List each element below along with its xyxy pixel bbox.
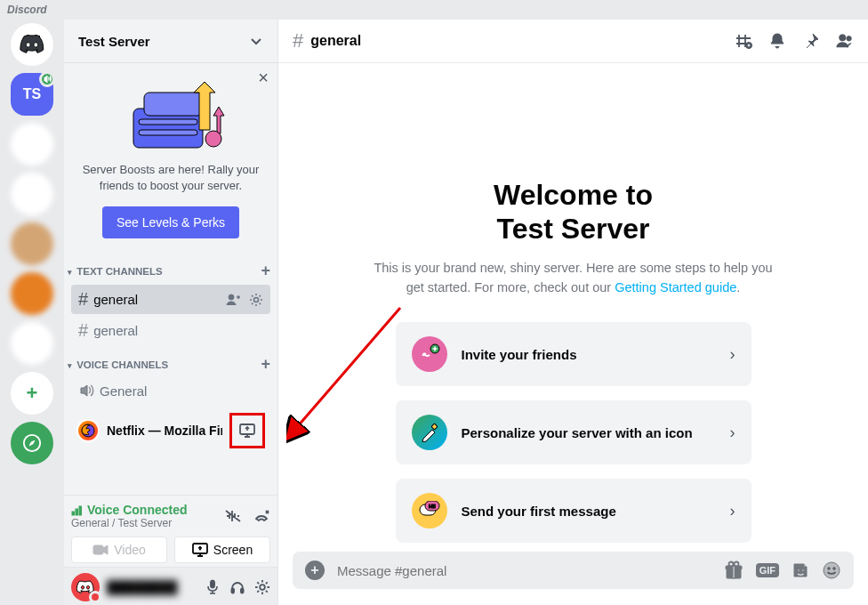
settings-gear-icon[interactable] — [254, 579, 270, 595]
voice-connection-status[interactable]: Voice Connected — [71, 503, 188, 517]
server-name: Test Server — [78, 34, 150, 49]
svg-rect-23 — [430, 424, 437, 430]
hash-icon: # — [293, 29, 303, 52]
annotation-highlight — [229, 413, 265, 448]
boost-illustration — [75, 77, 267, 153]
speaker-icon — [78, 383, 94, 399]
notifications-icon[interactable] — [768, 32, 786, 50]
svg-rect-10 — [72, 512, 75, 515]
video-icon — [92, 544, 108, 556]
server-header[interactable]: Test Server — [64, 20, 277, 62]
attach-button[interactable]: + — [305, 561, 325, 580]
stream-screen-button[interactable] — [234, 417, 261, 444]
channel-title: general — [310, 33, 361, 49]
explore-servers-button[interactable] — [11, 422, 53, 464]
screen-button[interactable]: Screen — [174, 536, 270, 563]
text-channel-general[interactable]: # general — [71, 285, 270, 314]
svg-point-33 — [802, 569, 804, 571]
username: ████████ — [107, 580, 197, 594]
voice-panel: Voice Connected General / Test Server Vi… — [64, 495, 277, 567]
add-channel-icon[interactable]: + — [261, 355, 270, 374]
members-icon[interactable] — [836, 32, 854, 50]
status-dnd-icon — [89, 591, 101, 603]
server-initials: TS — [23, 86, 41, 102]
main-content: # general Welcome to Test Server This is… — [277, 20, 868, 605]
channel-name: general — [93, 292, 138, 307]
channel-name: General — [100, 383, 147, 399]
channel-sidebar: Test Server × Server Boosts are here! Ra… — [64, 20, 277, 605]
firefox-icon — [76, 419, 100, 442]
voice-channels-header[interactable]: ▾ VOICE CHANNELS + — [64, 346, 277, 377]
home-server[interactable] — [11, 23, 53, 66]
stream-window-item[interactable]: Netflix — Mozilla Firefox — [71, 407, 270, 454]
chevron-right-icon: › — [730, 424, 735, 442]
svg-rect-29 — [733, 566, 735, 578]
svg-point-31 — [734, 562, 738, 567]
chevron-down-icon: ▾ — [68, 268, 72, 277]
card-personalize-icon[interactable]: Personalize your server with an icon › — [396, 400, 751, 464]
svg-rect-13 — [93, 545, 103, 554]
svg-rect-16 — [231, 588, 235, 593]
invite-icon[interactable] — [226, 293, 240, 307]
getting-started-link[interactable]: Getting Started guide — [615, 280, 736, 294]
svg-point-21 — [847, 36, 851, 41]
svg-point-18 — [260, 585, 265, 590]
voice-channel-label: General / Test Server — [71, 517, 188, 529]
message-input[interactable] — [337, 563, 711, 578]
chevron-down-icon: ▾ — [68, 361, 72, 370]
gift-icon[interactable] — [724, 561, 743, 580]
threads-icon[interactable] — [735, 32, 752, 50]
video-button[interactable]: Video — [71, 536, 167, 563]
card-send-message[interactable]: Hi! Send your first message › — [396, 479, 751, 543]
hash-icon: # — [78, 289, 88, 310]
svg-point-30 — [728, 562, 733, 567]
message-composer[interactable]: + GIF — [293, 552, 854, 589]
disconnect-icon[interactable] — [253, 507, 270, 525]
signal-icon — [71, 504, 84, 516]
gear-icon[interactable] — [249, 293, 263, 307]
voice-state-label: Voice Connected — [87, 503, 188, 517]
mic-icon[interactable] — [205, 579, 221, 595]
text-channels-header[interactable]: ▾ TEXT CHANNELS + — [64, 253, 277, 284]
svg-rect-3 — [139, 130, 197, 135]
svg-point-36 — [833, 568, 836, 570]
server-item[interactable] — [11, 322, 53, 365]
svg-point-35 — [828, 568, 831, 570]
add-server-button[interactable]: + — [11, 372, 53, 415]
boost-promo: × Server Boosts are here! Rally your fri… — [64, 62, 277, 253]
svg-point-20 — [840, 35, 846, 41]
svg-rect-17 — [241, 588, 245, 593]
hash-icon: # — [78, 320, 88, 341]
text-channel-general-2[interactable]: # general — [71, 316, 270, 345]
channel-name: general — [93, 323, 138, 338]
voice-channels-label: VOICE CHANNELS — [76, 359, 168, 370]
svg-point-32 — [798, 569, 800, 571]
close-icon[interactable]: × — [258, 68, 269, 88]
server-item[interactable] — [11, 173, 53, 215]
add-channel-icon[interactable]: + — [261, 262, 270, 280]
pinned-icon[interactable] — [802, 32, 820, 50]
app-brand: Discord — [0, 0, 868, 20]
plus-icon: + — [27, 382, 38, 405]
voice-indicator-icon — [39, 71, 55, 87]
paint-card-icon — [412, 415, 447, 450]
noise-suppression-icon[interactable] — [224, 507, 242, 525]
server-item[interactable] — [11, 272, 53, 315]
server-item[interactable] — [11, 222, 53, 265]
sticker-icon[interactable] — [792, 561, 809, 579]
gif-button[interactable]: GIF — [756, 563, 779, 577]
svg-point-34 — [824, 562, 840, 578]
chevron-down-icon — [249, 34, 263, 48]
emoji-icon[interactable] — [822, 561, 841, 580]
svg-point-6 — [229, 294, 234, 300]
server-item[interactable] — [11, 123, 53, 165]
voice-channel-general[interactable]: General — [71, 378, 270, 403]
user-avatar[interactable] — [71, 573, 100, 601]
boost-levels-button[interactable]: See Levels & Perks — [102, 206, 239, 238]
screen-icon — [192, 543, 208, 557]
headphones-icon[interactable] — [229, 579, 245, 595]
boost-text: Server Boosts are here! Rally your frien… — [75, 162, 267, 194]
server-test-server[interactable]: TS — [11, 73, 53, 116]
card-invite-friends[interactable]: Invite your friends › — [396, 322, 751, 386]
svg-rect-11 — [76, 509, 78, 515]
